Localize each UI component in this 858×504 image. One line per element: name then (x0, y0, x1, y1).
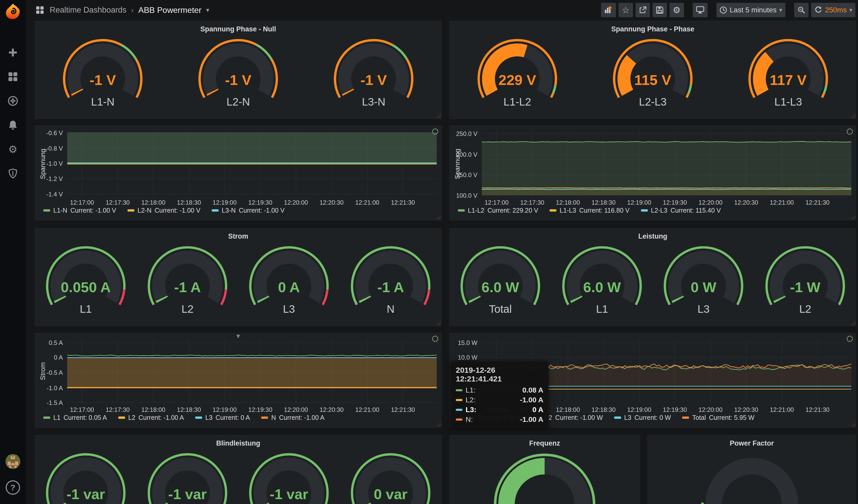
chart-plot-area[interactable] (482, 132, 851, 196)
help-icon[interactable]: ? (6, 480, 20, 495)
tooltip-row: L1:0.08 A (456, 385, 543, 395)
share-icon (639, 6, 647, 14)
bell-icon (7, 120, 18, 130)
tooltip-rows: L1:0.08 AL2:-1.00 AL3:0 AN:-1.00 A (456, 385, 543, 424)
gauge-value: 0 W (690, 279, 716, 295)
panel-resize-handle[interactable] (850, 113, 855, 118)
legend-item[interactable]: L1-L3Current: 116.80 V (550, 207, 629, 214)
refresh-button[interactable]: 250ms ▾ (811, 3, 855, 17)
gauge-label: L3-N (362, 96, 385, 108)
panel-title[interactable]: Blindleistung (35, 435, 441, 450)
gauge: -1 WL2 (759, 243, 852, 320)
time-range-picker[interactable]: Last 5 minutes ▾ (716, 3, 785, 17)
legend-item[interactable]: L3-NCurrent: -1.00 V (212, 207, 285, 214)
panel-title[interactable]: Leistung (450, 228, 856, 243)
panel-spannung-phase-timeseries[interactable]: Spannung250.0 V200.0 V150.0 V100.0 V12:1… (449, 126, 856, 220)
star-icon: ☆ (622, 6, 630, 14)
panel-title[interactable]: Frequenz (450, 435, 640, 450)
panel-resize-handle[interactable] (850, 214, 855, 220)
user-avatar[interactable] (5, 454, 20, 470)
legend-series-color-icon (261, 417, 268, 419)
gauge-value: -1 var (168, 486, 207, 502)
gauge: 115 VL2-L3 (606, 35, 699, 113)
legend-series-value: Current: -1.00 V (70, 207, 116, 214)
gauge-row: 0.050 AL1-1 AL20 AL3-1 AN (35, 243, 441, 320)
tooltip-series-value: 0.08 A (523, 386, 543, 394)
legend-series-value: Current: 116.80 V (579, 207, 629, 214)
gauge-value: 115 V (634, 72, 671, 88)
grafana-logo-icon[interactable] (4, 3, 21, 20)
gauge-label: L3 (283, 303, 295, 315)
gauge-value: -1 W (790, 279, 821, 295)
panel-resize-handle[interactable] (850, 320, 855, 325)
tooltip-series-color-icon (456, 419, 462, 421)
tooltip-series-value: 0 A (532, 406, 543, 414)
gauge-row: 229 VL1-L2115 VL2-L3117 VL1-L3 (450, 35, 856, 113)
legend-item[interactable]: L1-L2Current: 229.20 V (458, 207, 538, 214)
legend-series-value: Current: 115.40 V (670, 207, 721, 214)
gauge-value: 6.0 W (583, 279, 621, 295)
panel-spannung-null-timeseries[interactable]: Spannung-0.6 V-0.8 V-1.0 V-1.2 V-1.4 V12… (35, 126, 442, 220)
panel-resize-handle[interactable] (435, 214, 441, 220)
breadcrumb-section[interactable]: Realtime Dashboards (50, 5, 126, 15)
chart-legend: L1-L2Current: 229.20 VL1-L3Current: 116.… (458, 207, 721, 214)
legend-item[interactable]: L1-NCurrent: -1.00 V (43, 207, 116, 214)
legend-item[interactable]: TotalCurrent: 5.95 W (682, 414, 754, 421)
y-axis-tick: -1.2 V (35, 175, 63, 182)
y-axis-tick: 150.0 V (450, 172, 477, 179)
breadcrumb-page-title[interactable]: ABB Powermeter (138, 5, 201, 15)
sidebar-item-create[interactable] (0, 47, 26, 58)
legend-item[interactable]: L2-L3Current: 115.40 V (641, 207, 721, 214)
panel-strom-timeseries[interactable]: ▾ Strom0.5 A0 A-0.5 A-1.0 A-1.5 A12:17:0… (35, 333, 442, 427)
legend-series-color-icon (118, 417, 125, 419)
tv-mode-button[interactable] (693, 3, 708, 17)
legend-item[interactable]: L2Current: -1.00 A (118, 414, 184, 421)
panel-title[interactable]: Spannung Phase - Phase (450, 21, 856, 35)
tooltip-series-value: -1.00 A (520, 416, 543, 424)
gauge: 117 VL1-L3 (742, 35, 835, 113)
legend-item[interactable]: L2-NCurrent: -1.00 V (127, 207, 200, 214)
dashboard-grid: Spannung Phase - Null -1 VL1-N-1 VL2-N-1… (26, 20, 858, 504)
zoom-out-button[interactable] (794, 3, 809, 17)
chevron-down-icon[interactable]: ▾ (206, 6, 209, 14)
gauge-label: L2 (799, 303, 811, 315)
legend-item[interactable]: L1Current: 0.05 A (43, 414, 107, 421)
legend-series-color-icon (614, 417, 621, 419)
gauge (488, 450, 601, 504)
sidebar-item-server-admin[interactable] (0, 168, 26, 179)
y-axis-tick: -1.5 A (35, 399, 63, 406)
panel-menu-caret-icon[interactable]: ▾ (236, 332, 240, 340)
legend-series-name: L3 (624, 414, 631, 421)
chart-plot-area[interactable] (67, 340, 437, 403)
panel-resize-handle[interactable] (850, 421, 855, 427)
add-panel-button[interactable] (601, 3, 616, 17)
panel-title[interactable]: Strom (35, 228, 441, 243)
tooltip-series-name: L3: (465, 406, 486, 414)
star-button[interactable]: ☆ (619, 3, 633, 17)
dashboard-settings-button[interactable]: ⚙ (669, 3, 684, 17)
sidebar: ⚙ (0, 0, 26, 504)
panel-resize-handle[interactable] (435, 421, 441, 427)
share-button[interactable] (636, 3, 650, 17)
sidebar-item-dashboards[interactable] (0, 71, 26, 82)
y-axis-tick: -1.4 V (35, 191, 63, 198)
legend-item[interactable]: NCurrent: -1.00 A (261, 414, 324, 421)
sidebar-item-alerting[interactable] (0, 119, 26, 131)
gauge: 0 AL3 (242, 243, 335, 320)
chart-plot-area[interactable] (67, 132, 437, 196)
panel-resize-handle[interactable] (435, 113, 441, 118)
gauge-value: -1 V (225, 72, 252, 88)
panel-title[interactable]: Power Factor (648, 435, 856, 450)
legend-series-value: Current: 0.05 A (64, 414, 107, 421)
legend-item[interactable]: L3Current: 0 A (195, 414, 250, 421)
time-range-label: Last 5 minutes (730, 6, 777, 14)
gauge-label: L1 (80, 303, 92, 315)
gauge-value: -1 V (361, 72, 387, 88)
panel-resize-handle[interactable] (435, 320, 441, 325)
sidebar-item-configuration[interactable]: ⚙ (0, 144, 26, 155)
legend-item[interactable]: L3Current: 0 W (614, 414, 671, 421)
panel-title[interactable]: Spannung Phase - Null (35, 21, 441, 35)
legend-series-color-icon (641, 209, 648, 212)
save-button[interactable] (652, 3, 667, 17)
sidebar-item-explore[interactable] (0, 95, 26, 107)
